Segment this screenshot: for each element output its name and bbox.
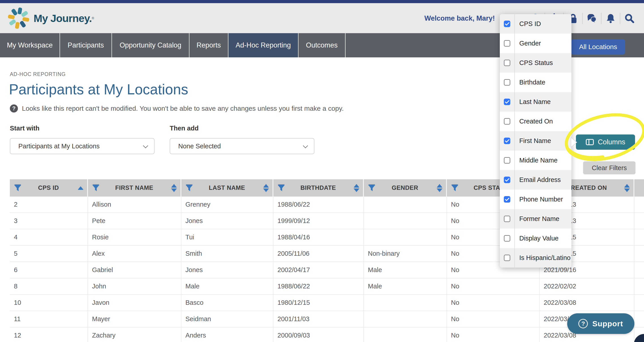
column-option-created-on[interactable]: Created On: [500, 112, 572, 131]
columns-menu-popup: CPS IDGenderCPS StatusBirthdateLast Name…: [500, 14, 572, 268]
checkbox-unchecked[interactable]: [504, 255, 510, 261]
question-icon: ?: [10, 104, 18, 113]
table-cell: [364, 311, 447, 327]
column-option-label: Former Name: [519, 215, 559, 223]
table-cell: John: [88, 278, 182, 294]
filter-icon[interactable]: [451, 184, 458, 192]
checkbox-checked[interactable]: [504, 138, 510, 144]
all-locations-button[interactable]: All Locations: [571, 39, 625, 55]
table-cell: Male: [364, 262, 447, 278]
column-header-last-name[interactable]: LAST NAME: [182, 179, 274, 197]
filter-icon[interactable]: [186, 184, 193, 192]
table-cell: Seidman: [182, 311, 274, 327]
column-header-gender[interactable]: GENDER: [364, 179, 447, 197]
column-option-label: Birthdate: [519, 79, 545, 86]
then-add-label: Then add: [170, 125, 198, 132]
table-cell: Smith: [182, 246, 274, 261]
clear-filters-button[interactable]: Clear Filters: [583, 161, 636, 174]
table-cell: Basco: [182, 295, 274, 311]
column-header-first-name[interactable]: FIRST NAME: [88, 179, 182, 197]
filter-icon[interactable]: [368, 184, 376, 192]
welcome-message: Welcome back, Mary!: [424, 14, 495, 23]
readonly-notice-text: Looks like this report can't be modified…: [22, 105, 344, 112]
chevron-down-icon: [303, 143, 308, 148]
then-add-value: None Selected: [178, 143, 221, 150]
sort-icon[interactable]: [624, 179, 630, 197]
tab-outcomes[interactable]: Outcomes: [298, 33, 346, 57]
table-cell: Mayer: [88, 311, 182, 327]
column-header-cps-id[interactable]: CPS ID: [10, 179, 88, 197]
tab-reports[interactable]: Reports: [190, 33, 228, 57]
checkbox-checked[interactable]: [504, 99, 510, 105]
tab-opportunity-catalog[interactable]: Opportunity Catalog: [112, 33, 190, 57]
table-row[interactable]: 12ZacharyAnders2000/09/03No2022/03/08: [10, 327, 644, 342]
filter-icon[interactable]: [92, 184, 100, 192]
notifications-icon[interactable]: [605, 13, 616, 24]
checkbox-cell: [500, 170, 515, 190]
sort-icon[interactable]: [437, 179, 442, 197]
sort-icon[interactable]: [171, 179, 177, 197]
column-option-middle-name[interactable]: Middle Name: [500, 151, 572, 170]
checkbox-checked[interactable]: [504, 177, 510, 183]
table-row[interactable]: 10JavonBasco1980/12/15No2022/03/08: [10, 295, 644, 311]
column-header-birthdate[interactable]: BIRTHDATE: [274, 179, 364, 197]
checkbox-cell: [500, 34, 515, 53]
table-cell: 3: [10, 213, 88, 229]
sort-icon[interactable]: [78, 179, 84, 197]
checkbox-checked[interactable]: [504, 196, 510, 203]
checkbox-unchecked[interactable]: [504, 157, 510, 164]
table-cell: 1988/04/16: [274, 229, 364, 245]
table-cell: [634, 295, 644, 311]
then-add-select[interactable]: None Selected: [170, 138, 314, 154]
messages-icon[interactable]: [586, 13, 598, 24]
table-row[interactable]: 11MayerSeidman2001/11/03No2022/03/08: [10, 311, 644, 327]
column-option-gender[interactable]: Gender: [500, 34, 572, 53]
search-icon[interactable]: [624, 13, 635, 24]
checkbox-unchecked[interactable]: [504, 79, 510, 86]
start-with-select[interactable]: Participants at My Locations: [10, 138, 154, 154]
column-option-label: Is Hispanic/Latino: [519, 254, 570, 261]
checkbox-unchecked[interactable]: [504, 216, 510, 222]
column-option-former-name[interactable]: Former Name: [500, 209, 572, 229]
table-cell: 4: [10, 229, 88, 245]
table-cell: Jones: [182, 262, 274, 278]
columns-button[interactable]: Columns: [576, 134, 635, 150]
checkbox-checked[interactable]: [504, 21, 510, 27]
column-option-phone-number[interactable]: Phone Number: [500, 190, 572, 209]
sort-icon[interactable]: [263, 179, 269, 197]
column-option-label: Last Name: [519, 98, 550, 106]
breadcrumb-eyebrow: AD-HOC REPORTING: [10, 71, 66, 77]
corner-annotation: [634, 333, 644, 342]
filter-icon[interactable]: [14, 184, 22, 192]
checkbox-unchecked[interactable]: [504, 40, 510, 47]
table-cell: 6: [10, 262, 88, 278]
checkbox-unchecked[interactable]: [504, 60, 510, 66]
checkbox-unchecked[interactable]: [504, 118, 510, 125]
column-header-stub: [634, 179, 644, 197]
logo-registered-mark: ®: [92, 16, 94, 20]
column-option-birthdate[interactable]: Birthdate: [500, 73, 572, 92]
column-option-label: CPS ID: [519, 20, 541, 28]
filter-icon[interactable]: [278, 184, 285, 192]
logo[interactable]: My Journey.®: [7, 6, 94, 30]
column-option-last-name[interactable]: Last Name: [500, 92, 572, 112]
tab-ad-hoc-reporting[interactable]: Ad-Hoc Reporting: [228, 33, 298, 57]
checkbox-cell: [500, 53, 515, 73]
column-option-cps-status[interactable]: CPS Status: [500, 53, 572, 73]
tab-participants[interactable]: Participants: [60, 33, 112, 57]
support-button[interactable]: ? Support: [567, 313, 634, 334]
checkbox-unchecked[interactable]: [504, 235, 510, 242]
table-cell: Grenney: [182, 197, 274, 212]
sort-icon[interactable]: [354, 179, 360, 197]
column-option-first-name[interactable]: First Name: [500, 131, 572, 151]
tab-my-workspace[interactable]: My Workspace: [0, 33, 60, 57]
table-row[interactable]: 8JohnMale1988/06/22MaleNo2022/02/02: [10, 278, 644, 295]
column-option-cps-id[interactable]: CPS ID: [500, 14, 572, 34]
table-cell: 2002/04/17: [274, 262, 364, 278]
column-option-label: Email Address: [519, 176, 561, 184]
table-cell: [634, 229, 644, 245]
column-option-display-value[interactable]: Display Value: [500, 229, 572, 248]
checkbox-cell: [500, 151, 515, 170]
column-option-is-hispanic-latino[interactable]: Is Hispanic/Latino: [500, 248, 572, 268]
column-option-email-address[interactable]: Email Address: [500, 170, 572, 190]
